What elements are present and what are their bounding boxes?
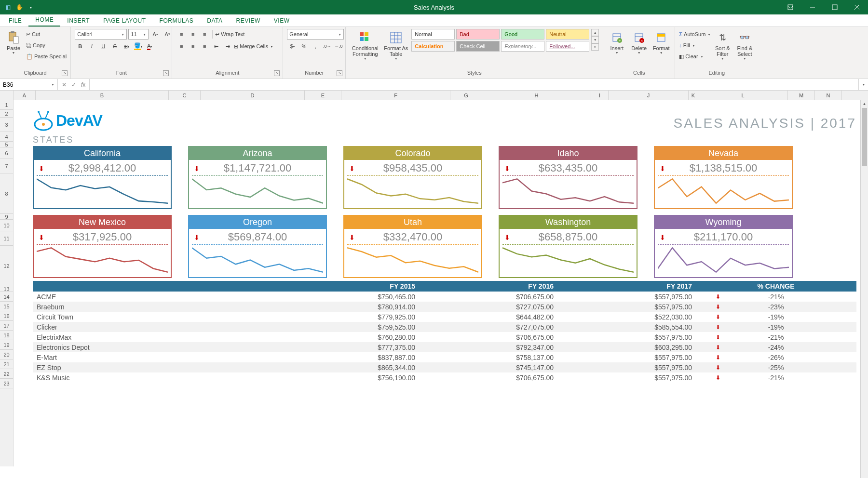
state-card[interactable]: Nevada⬇$1,138,515.00 [654, 146, 793, 209]
style-bad[interactable]: Bad [456, 29, 500, 40]
state-card[interactable]: New Mexico⬇$317,925.00 [33, 215, 172, 278]
align-right-button[interactable]: ≡ [199, 41, 210, 52]
tab-home[interactable]: HOME [28, 13, 60, 27]
number-format-combo[interactable]: General▼ [287, 29, 344, 40]
font-name-combo[interactable]: Calibri▼ [75, 29, 127, 40]
state-card[interactable]: Oregon⬇$569,874.00 [188, 215, 327, 278]
style-normal[interactable]: Normal [411, 29, 455, 40]
formula-expand-icon[interactable]: ▾ [858, 79, 868, 90]
accounting-button[interactable]: $▾ [287, 41, 298, 52]
table-row[interactable]: Braeburn$780,914.00$727,075.00$557,975.0… [33, 302, 856, 312]
maximize-button[interactable] [824, 0, 846, 14]
tab-view[interactable]: VIEW [267, 14, 297, 27]
merge-cells-button[interactable]: ⊟Merge Cells▾ [234, 41, 272, 52]
scroll-up-icon[interactable]: ▲ [861, 100, 868, 108]
cell-styles-gallery[interactable]: Normal Bad Good Neutral Calculation Chec… [411, 29, 599, 52]
style-neutral[interactable]: Neutral [546, 29, 589, 40]
decrease-decimal-button[interactable]: ←.0 [333, 41, 344, 52]
tab-data[interactable]: DATA [200, 14, 229, 27]
name-box[interactable]: B36▼ [0, 79, 58, 90]
table-row[interactable]: Circuit Town$779,925.00$644,482.00$522,0… [33, 312, 856, 322]
table-row[interactable]: E-Mart$837,887.00$758,137.00$557,975.00⬇… [33, 352, 856, 362]
fill-color-button[interactable]: 🪣▾ [133, 41, 143, 52]
table-row[interactable]: ACME$750,465.00$706,675.00$557,975.00⬇-2… [33, 292, 856, 302]
strikethrough-button[interactable]: S [109, 41, 120, 52]
gallery-more[interactable]: ▾ [591, 43, 599, 51]
find-select-button[interactable]: 👓Find & Select▼ [735, 29, 754, 64]
align-center-button[interactable]: ≡ [188, 41, 198, 52]
table-row[interactable]: Electronics Depot$777,375.00$792,347.00$… [33, 342, 856, 352]
insert-button[interactable]: +Insert▼ [607, 29, 626, 64]
clear-button[interactable]: ◧Clear▾ [679, 51, 710, 62]
tab-insert[interactable]: INSERT [60, 14, 96, 27]
gallery-down[interactable]: ▼ [591, 36, 599, 43]
font-size-combo[interactable]: 11▼ [128, 29, 149, 40]
wrap-text-button[interactable]: ↩Wrap Text [215, 29, 244, 40]
decrease-indent-button[interactable]: ⇤ [211, 41, 221, 52]
delete-button[interactable]: ×Delete▼ [629, 29, 649, 64]
copy-button[interactable]: ⿻Copy [26, 40, 67, 51]
comma-button[interactable]: , [310, 41, 321, 52]
italic-button[interactable]: I [86, 41, 97, 52]
underline-button[interactable]: U [98, 41, 108, 52]
decrease-font-button[interactable]: A▾ [162, 29, 173, 40]
select-all-corner[interactable] [0, 91, 14, 100]
style-calculation[interactable]: Calculation [411, 41, 455, 52]
number-launcher[interactable]: ↘ [337, 70, 342, 76]
table-row[interactable]: ElectrixMax$760,280.00$706,675.00$557,97… [33, 332, 856, 342]
conditional-formatting-button[interactable]: Conditional Formatting▼ [350, 29, 380, 64]
clipboard-launcher[interactable]: ↘ [62, 70, 68, 76]
state-card[interactable]: Arizona⬇$1,147,721.00 [188, 146, 327, 209]
style-checkcell[interactable]: Check Cell [456, 41, 500, 52]
state-card[interactable]: Idaho⬇$633,435.00 [499, 146, 637, 209]
align-bottom-button[interactable]: ≡ [199, 29, 210, 40]
style-good[interactable]: Good [501, 29, 544, 40]
fx-icon[interactable]: fx [81, 81, 85, 88]
increase-indent-button[interactable]: ⇥ [222, 41, 233, 52]
row-headers[interactable]: 1234 5678 9101112 1314151617181920212223 [0, 100, 14, 466]
cancel-formula-icon[interactable]: ✕ [62, 81, 67, 88]
tab-page-layout[interactable]: PAGE LAYOUT [96, 14, 152, 27]
qat-dropdown-icon[interactable]: ▼ [27, 3, 35, 11]
table-row[interactable]: Clicker$759,525.00$727,075.00$585,554.00… [33, 322, 856, 332]
cut-button[interactable]: ✂Cut [26, 29, 67, 40]
state-card[interactable]: Utah⬇$332,470.00 [343, 215, 482, 278]
increase-font-button[interactable]: A▴ [150, 29, 161, 40]
fill-button[interactable]: ↓Fill▾ [679, 40, 710, 51]
align-left-button[interactable]: ≡ [176, 41, 187, 52]
borders-button[interactable]: ⊞▾ [121, 41, 132, 52]
tab-file[interactable]: FILE [2, 14, 28, 27]
state-card[interactable]: Wyoming⬇$211,170.00 [654, 215, 793, 278]
table-row[interactable]: EZ Stop$865,344.00$745,147.00$557,975.00… [33, 362, 856, 372]
format-button[interactable]: Format▼ [651, 29, 671, 64]
qat-save-icon[interactable]: ✋ [15, 3, 23, 11]
percent-button[interactable]: % [298, 41, 309, 52]
enter-formula-icon[interactable]: ✓ [71, 81, 76, 88]
table-row[interactable]: K&S Music$756,190.00$706,675.00$557,975.… [33, 372, 856, 383]
state-card[interactable]: California⬇$2,998,412.00 [33, 146, 172, 209]
formula-input[interactable] [90, 79, 858, 90]
style-followed[interactable]: Followed... [546, 41, 589, 52]
paste-button[interactable]: Paste ▼ [4, 29, 23, 64]
autosum-button[interactable]: ΣAutoSum▾ [679, 29, 710, 40]
tab-formulas[interactable]: FORMULAS [153, 14, 201, 27]
ribbon-display-icon[interactable] [779, 0, 801, 14]
close-button[interactable] [846, 0, 868, 14]
font-launcher[interactable]: ↘ [163, 70, 169, 76]
grid-content[interactable]: DevAV SALES ANALYSIS | 2017 STATES Calif… [14, 100, 868, 466]
minimize-button[interactable] [801, 0, 824, 14]
state-card[interactable]: Colorado⬇$958,435.00 [343, 146, 482, 209]
column-headers[interactable]: ABC DEF GHI JKL MN [0, 91, 868, 100]
state-card[interactable]: Washington⬇$658,875.00 [499, 215, 637, 278]
increase-decimal-button[interactable]: .0→ [322, 41, 332, 52]
font-color-button[interactable]: A▾ [144, 41, 155, 52]
tab-review[interactable]: REVIEW [229, 14, 267, 27]
gallery-up[interactable]: ▲ [591, 29, 599, 36]
bold-button[interactable]: B [75, 41, 85, 52]
sort-filter-button[interactable]: ⇅Sort & Filter▼ [713, 29, 732, 64]
align-top-button[interactable]: ≡ [176, 29, 187, 40]
style-explanatory[interactable]: Explanatory... [501, 41, 544, 52]
scroll-thumb[interactable] [862, 108, 867, 166]
alignment-launcher[interactable]: ↘ [274, 70, 280, 76]
vertical-scrollbar[interactable]: ▲ ▼ [860, 100, 868, 478]
